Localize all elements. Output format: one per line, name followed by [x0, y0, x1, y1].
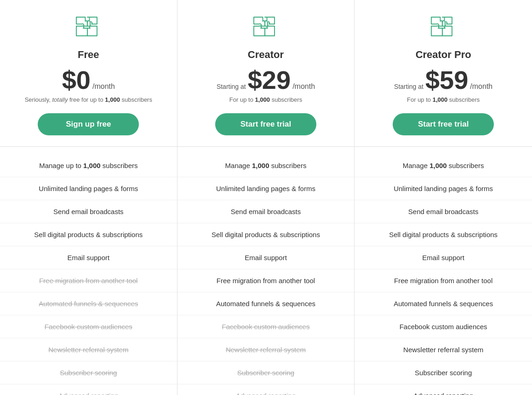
feature-item: Subscriber scoring [355, 361, 532, 384]
plan-name: Creator Pro [416, 49, 471, 61]
plan-features-creator-pro: Manage 1,000 subscribersUnlimited landin… [355, 147, 532, 395]
price-period: /month [92, 82, 115, 91]
feature-item: Facebook custom audiences [355, 315, 532, 338]
feature-item: Free migration from another tool [355, 269, 532, 292]
feature-item: Sell digital products & subscriptions [355, 223, 532, 246]
price-period: /month [292, 82, 315, 91]
price-amount: $0 [62, 67, 91, 93]
puzzle-icon [429, 14, 458, 43]
plan-col-creator-pro: Creator ProStarting at $59/monthFor up t… [355, 0, 532, 395]
plan-name: Creator [248, 49, 284, 61]
feature-item: Advanced reporting [355, 384, 532, 395]
feature-item: Sell digital products & subscriptions [177, 223, 355, 246]
cta-button-creator[interactable]: Start free trial [215, 113, 316, 135]
feature-item: Newsletter referral system [177, 338, 355, 361]
plan-subtitle: Seriously, totally free for up to 1,000 … [25, 96, 152, 104]
feature-item: Free migration from another tool [0, 269, 177, 292]
plan-features-free: Manage up to 1,000 subscribersUnlimited … [0, 147, 177, 395]
feature-item: Send email broadcasts [355, 200, 532, 223]
plan-header-free: Free$0/monthSeriously, totally free for … [0, 0, 177, 147]
feature-item: Automated funnels & sequences [0, 292, 177, 315]
feature-item: Automated funnels & sequences [355, 292, 532, 315]
feature-item: Free migration from another tool [177, 269, 355, 292]
feature-item: Facebook custom audiences [0, 315, 177, 338]
feature-item: Subscriber scoring [0, 361, 177, 384]
feature-item: Manage 1,000 subscribers [355, 154, 532, 177]
feature-item: Subscriber scoring [177, 361, 355, 384]
pricing-table: Free$0/monthSeriously, totally free for … [0, 0, 532, 395]
feature-item: Facebook custom audiences [177, 315, 355, 338]
price-period: /month [470, 82, 492, 91]
feature-item: Unlimited landing pages & forms [0, 177, 177, 200]
plan-header-creator: CreatorStarting at $29/monthFor up to 1,… [177, 0, 355, 147]
plan-name: Free [78, 49, 99, 61]
feature-item: Sell digital products & subscriptions [0, 223, 177, 246]
feature-item: Advanced reporting [177, 384, 355, 395]
price-amount: $59 [425, 67, 468, 93]
plan-header-creator-pro: Creator ProStarting at $59/monthFor up t… [355, 0, 532, 147]
feature-item: Email support [0, 246, 177, 269]
price-amount: $29 [248, 67, 291, 93]
feature-item: Manage 1,000 subscribers [177, 154, 355, 177]
feature-item: Email support [355, 246, 532, 269]
plan-subtitle: For up to 1,000 subscribers [229, 96, 302, 104]
puzzle-icon [251, 14, 280, 43]
feature-item: Automated funnels & sequences [177, 292, 355, 315]
cta-button-creator-pro[interactable]: Start free trial [393, 113, 494, 135]
feature-item: Send email broadcasts [0, 200, 177, 223]
feature-item: Newsletter referral system [0, 338, 177, 361]
cta-button-free[interactable]: Sign up free [38, 113, 139, 135]
plan-price-row: Starting at $29/month [217, 67, 315, 93]
plan-features-creator: Manage 1,000 subscribersUnlimited landin… [177, 147, 355, 395]
feature-item: Newsletter referral system [355, 338, 532, 361]
feature-item: Manage up to 1,000 subscribers [0, 154, 177, 177]
feature-item: Send email broadcasts [177, 200, 355, 223]
plan-price-row: $0/month [62, 67, 115, 93]
plan-subtitle: For up to 1,000 subscribers [407, 96, 480, 104]
plan-price-row: Starting at $59/month [394, 67, 492, 93]
plan-col-creator: CreatorStarting at $29/monthFor up to 1,… [177, 0, 355, 395]
feature-item: Unlimited landing pages & forms [177, 177, 355, 200]
feature-item: Email support [177, 246, 355, 269]
feature-item: Unlimited landing pages & forms [355, 177, 532, 200]
starting-at-label: Starting at [217, 83, 246, 90]
starting-at-label: Starting at [394, 83, 423, 90]
feature-item: Advanced reporting [0, 384, 177, 395]
plan-col-free: Free$0/monthSeriously, totally free for … [0, 0, 177, 395]
puzzle-icon [74, 14, 103, 43]
